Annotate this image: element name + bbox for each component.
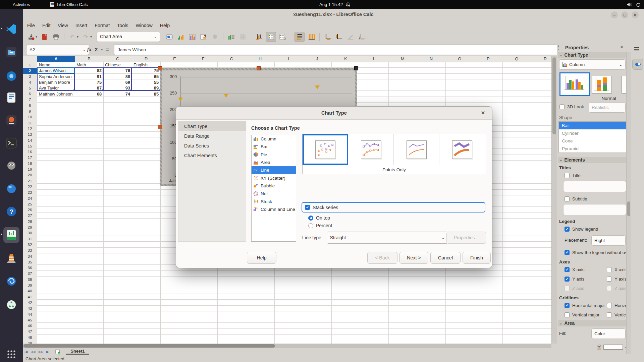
cube-3d-icon[interactable] [210, 32, 220, 42]
column-header-N[interactable]: N [417, 56, 446, 62]
column-header-B[interactable]: B [75, 56, 104, 62]
section-chart-type[interactable]: ⌄ Chart Type [558, 52, 626, 58]
row-header-24[interactable]: 24 [23, 195, 37, 201]
subtype-lines-only[interactable] [394, 134, 439, 165]
sidebar-scrollbar[interactable] [626, 52, 631, 354]
vertical-scrollbar[interactable] [551, 56, 557, 344]
add-sheet-icon[interactable] [55, 349, 60, 355]
export-pdf-icon[interactable] [40, 32, 49, 42]
dialog-close-icon[interactable]: ✕ [479, 109, 487, 117]
row-header-47[interactable]: 47 [23, 329, 37, 335]
dialog-title-bar[interactable]: Chart Type ✕ [176, 107, 492, 120]
gridline-minor-2[interactable]: Vertical minor [607, 312, 626, 317]
row-header-23[interactable]: 23 [23, 190, 37, 196]
row-header-49[interactable]: 49 [23, 340, 37, 344]
shape-cylinder[interactable]: Cylinder [559, 129, 627, 137]
z-axis-icon[interactable] [346, 32, 355, 42]
dock-terminal-icon[interactable] [3, 135, 19, 151]
row-header-4[interactable]: 4 [23, 79, 37, 85]
undo-icon[interactable]: ↶ [68, 32, 77, 42]
gridline-major-1-checkbox[interactable] [565, 303, 570, 308]
dock-files-icon[interactable] [3, 44, 19, 60]
subtype-stacked-tile[interactable] [592, 76, 612, 94]
row-header-19[interactable]: 19 [23, 166, 37, 172]
row-header-38[interactable]: 38 [23, 277, 37, 283]
on-top-option[interactable]: On top [308, 215, 330, 221]
row-header-25[interactable]: 25 [23, 201, 37, 207]
window-title-bar[interactable]: xuesheng11.xlsx - LibreOffice Calc – ▢ ✕ [23, 9, 644, 21]
column-header-A[interactable]: A [37, 56, 75, 62]
fill-color-picker[interactable]: ⌄ [597, 344, 627, 350]
dock-browser-blue-icon[interactable] [3, 68, 19, 84]
properties-button[interactable]: Properties... [446, 232, 486, 244]
fill-color-swatch[interactable] [603, 345, 623, 350]
column-header-L[interactable]: L [360, 56, 389, 62]
column-header-Q[interactable]: Q [502, 56, 531, 62]
row-header-34[interactable]: 34 [23, 253, 37, 259]
sum-icon[interactable]: Σ [95, 47, 98, 52]
row-header-26[interactable]: 26 [23, 207, 37, 213]
dock-recycle-icon[interactable] [3, 297, 19, 313]
data-in-columns-icon[interactable] [238, 32, 248, 42]
chart-handle-left-middle[interactable] [158, 125, 162, 129]
stack-series-option[interactable]: Stack series [302, 202, 485, 213]
threed-checkbox[interactable] [559, 104, 565, 109]
dock-swirl-icon[interactable] [3, 273, 19, 289]
fill-type-select[interactable]: Color [591, 328, 626, 339]
row-header-11[interactable]: 11 [23, 120, 37, 126]
dock-gimp-icon[interactable] [3, 157, 19, 173]
axis-z-checkbox[interactable] [565, 286, 570, 291]
title-input[interactable] [563, 181, 626, 192]
column-header-R[interactable]: R [531, 56, 551, 62]
menu-tools[interactable]: Tools [113, 22, 132, 29]
column-header-K[interactable]: K [331, 56, 360, 62]
chart-type-column[interactable]: Column [252, 135, 296, 143]
previous-sheet-icon[interactable]: ◀◀ [31, 350, 35, 354]
axis-title-2[interactable]: Y axis title [607, 277, 626, 282]
cell-B1[interactable]: Math [75, 62, 103, 68]
wizard-step-4[interactable]: Chart Elements [178, 150, 246, 160]
row-header-45[interactable]: 45 [23, 317, 37, 323]
row-header-44[interactable]: 44 [23, 311, 37, 317]
axis-x[interactable]: X axis [565, 267, 594, 272]
column-header-M[interactable]: M [388, 56, 417, 62]
shape-pyramid[interactable]: Pyramid [559, 145, 627, 153]
dock-vscode-icon[interactable] [3, 21, 19, 37]
axis-title-1-checkbox[interactable] [607, 267, 612, 272]
cell-A1[interactable]: Name [37, 62, 75, 68]
column-header-E[interactable]: E [160, 56, 189, 62]
row-header-2[interactable]: 2 [23, 68, 37, 74]
maximize-button[interactable]: ▢ [621, 11, 628, 18]
menu-window[interactable]: Window [132, 22, 156, 29]
chart-element-selector[interactable]: Chart Area⌄ [97, 32, 160, 42]
show-legend-option[interactable]: Show legend [565, 227, 598, 232]
chart-type-stock[interactable]: Stock [252, 197, 296, 205]
gridline-major-2-checkbox[interactable] [565, 312, 570, 317]
gridline-major-1[interactable]: Horizontal major [565, 303, 606, 308]
cell-A6[interactable]: Matthew Johnson [37, 91, 75, 97]
first-sheet-icon[interactable]: |◀ [24, 350, 27, 354]
minimize-button[interactable]: – [611, 11, 618, 18]
row-header-35[interactable]: 35 [23, 259, 37, 265]
section-elements[interactable]: ⌄ Elements [558, 157, 626, 163]
row-header-3[interactable]: 3 [23, 74, 37, 80]
export-data-icon[interactable] [26, 32, 36, 42]
menu-view[interactable]: View [54, 22, 72, 29]
column-header-D[interactable]: D [132, 56, 161, 62]
threed-scheme-select[interactable]: Realistic [589, 102, 626, 113]
section-area[interactable]: ⌄ Area [558, 320, 626, 326]
row-header-9[interactable]: 9 [23, 108, 37, 114]
line-type-select[interactable]: Straight ⌄ [327, 232, 448, 244]
data-table-icon[interactable] [187, 32, 197, 42]
formula-icon[interactable]: = [106, 47, 109, 52]
y-axis-icon[interactable] [334, 32, 344, 42]
dock-help-icon[interactable]: ? [3, 203, 19, 220]
column-header-J[interactable]: J [303, 56, 332, 62]
wizard-step-1[interactable]: Chart Type [178, 121, 246, 131]
no-overlap-option[interactable]: Show the legend without overlapping the … [565, 250, 626, 255]
row-header-48[interactable]: 48 [23, 335, 37, 341]
horizontal-scrollbar-thumb[interactable] [23, 344, 275, 348]
chart-handle-top-left[interactable] [158, 66, 162, 70]
redo-icon[interactable]: ↷ [81, 32, 91, 42]
chart-area-fill-icon[interactable] [199, 32, 208, 42]
